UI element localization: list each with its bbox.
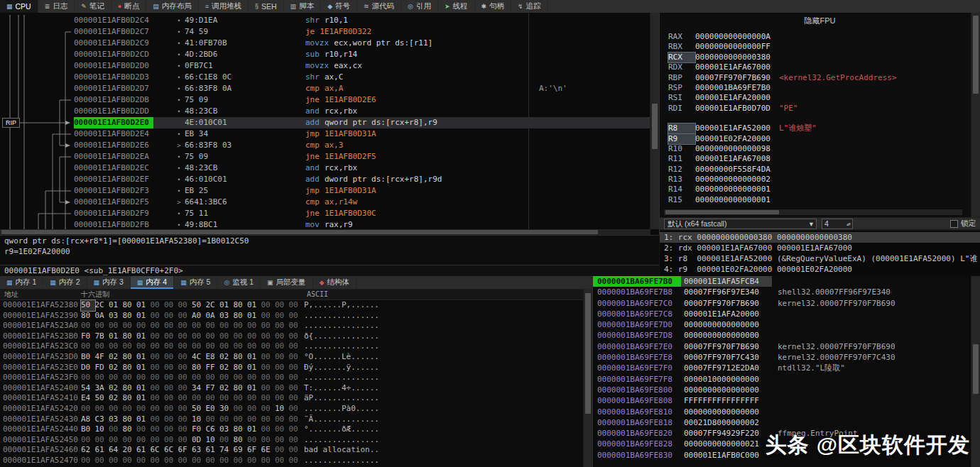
dump-row[interactable]: 000001E1AFA52380 502C018001000000502C018… [0, 300, 592, 311]
dump-row[interactable]: 000001E1AFA523F0 00000000000000000000000… [0, 373, 592, 383]
hex-byte[interactable]: 00 [178, 331, 192, 342]
hex-byte[interactable]: E8 [206, 352, 220, 363]
disassembly-row[interactable]: 000001E1AFB0D2D0 • 0FB7C1 movzxeax,cx [0, 60, 650, 72]
argument-row[interactable]: 3: r8 000001E1AFA52000 (&RegQueryValueEx… [660, 253, 980, 264]
hex-byte[interactable]: 00 [289, 404, 303, 414]
stack-row[interactable]: 0000001BA69FE800 0000000000000000 [593, 385, 980, 395]
view-tab[interactable]: § SEH [249, 0, 284, 13]
view-tab[interactable]: ✱ 句柄 [475, 0, 512, 13]
hex-byte[interactable]: 00 [192, 321, 206, 331]
hex-byte[interactable]: 01 [136, 311, 151, 322]
view-tab[interactable]: ◆ 符号 [321, 0, 357, 13]
hex-byte[interactable]: A0 [192, 311, 206, 322]
hex-byte[interactable]: 03 [109, 414, 123, 425]
hex-byte[interactable]: B0 [81, 352, 95, 363]
hex-byte[interactable]: 00 [219, 321, 234, 331]
hex-byte[interactable]: 62 [81, 445, 95, 456]
hex-byte[interactable]: 00 [95, 373, 109, 383]
stack-row[interactable]: 0000001BA69FE7B8 00007FF96F97E340 shell3… [593, 287, 980, 297]
hex-byte[interactable]: 00 [109, 435, 123, 446]
hex-byte[interactable]: 00 [206, 341, 220, 352]
view-tab[interactable]: ≋ 源代码 [357, 0, 401, 13]
register-row[interactable]: R8 000001E1AFA52000 L"谁烛塑" [668, 123, 969, 133]
hex-byte[interactable]: 64 [109, 445, 123, 456]
hex-byte[interactable]: 80 [123, 311, 137, 322]
hex-byte[interactable]: 00 [275, 311, 289, 322]
hex-byte[interactable]: 00 [234, 393, 248, 404]
hex-byte[interactable]: 00 [275, 414, 289, 425]
hex-byte[interactable]: 4F [95, 352, 109, 363]
hex-byte[interactable]: F0 [81, 331, 95, 342]
hex-byte[interactable]: 00 [261, 321, 276, 331]
hex-byte[interactable]: 00 [109, 424, 123, 435]
hex-byte[interactable]: 00 [164, 373, 178, 383]
hex-byte[interactable]: 00 [275, 363, 289, 373]
disassembly-row[interactable]: 000001E1AFB0D2E4 • EB 34 jmp1E1AFB0D31A [0, 128, 650, 140]
hex-byte[interactable]: 01 [219, 300, 234, 311]
hex-byte[interactable]: 00 [136, 424, 151, 435]
hex-byte[interactable]: 00 [234, 404, 248, 414]
hex-byte[interactable]: 00 [95, 321, 109, 331]
hex-byte[interactable]: 2C [95, 300, 109, 311]
hex-byte[interactable]: 80 [81, 311, 95, 322]
disassembly-row[interactable]: 000001E1AFB0D2F5 > 6641:3BC6 cmpax,r14w [0, 197, 650, 208]
hex-byte[interactable]: 00 [219, 456, 234, 466]
hex-byte[interactable]: 00 [247, 456, 261, 466]
disassembly-row[interactable]: 000001E1AFB0D2EA • 75 09 jne1E1AFB0D2F5 [0, 151, 650, 163]
hex-byte[interactable]: 0A [206, 311, 220, 322]
hex-byte[interactable]: 00 [151, 456, 165, 466]
hex-byte[interactable]: 00 [151, 373, 165, 383]
hex-byte[interactable]: 10 [206, 435, 220, 446]
hex-byte[interactable]: 6F [178, 445, 192, 456]
hex-byte[interactable]: 80 [234, 363, 248, 373]
hex-byte[interactable]: 00 [123, 456, 137, 466]
hex-byte[interactable]: 00 [178, 363, 192, 373]
calling-convention-select[interactable]: 默认 (x64 fastcall) ▾ [664, 219, 817, 229]
disassembly-row[interactable]: 000001E1AFB0D2EF • 46:010C01 adddword pt… [0, 174, 650, 185]
hex-byte[interactable]: 00 [219, 341, 234, 352]
hex-byte[interactable]: 00 [261, 456, 276, 466]
dump-row[interactable]: 000001E1AFA523D0 B04F0280010000004CE8028… [0, 352, 592, 363]
hex-byte[interactable]: 00 [275, 321, 289, 331]
dump-row[interactable]: 000001E1AFA52430 A8C30380010000001000000… [0, 414, 592, 425]
stack-vertical-scrollbar[interactable] [971, 276, 980, 467]
register-row[interactable]: R10 0000000000000098 [668, 144, 969, 154]
disassembly-row[interactable]: 000001E1AFB0D2CD • 4D:2BD6 subr10,r14 [0, 49, 650, 60]
hex-byte[interactable]: 00 [289, 321, 303, 331]
hex-byte[interactable]: 10 [95, 424, 109, 435]
hex-byte[interactable]: 01 [136, 331, 151, 342]
disassembly-row[interactable]: 000001E1AFB0D2F3 • EB 25 jmp1E1AFB0D31A [0, 185, 650, 197]
hex-byte[interactable]: 00 [206, 393, 220, 404]
registers-vertical-scrollbar[interactable] [971, 13, 980, 217]
hex-byte[interactable]: 00 [136, 404, 151, 414]
disassembly-row[interactable]: 000001E1AFB0D2C4 • 49:D1EA shrr10,1 [0, 15, 650, 26]
hex-byte[interactable]: 00 [136, 373, 151, 383]
hex-byte[interactable]: 00 [178, 456, 192, 466]
disassembly-row[interactable]: 000001E1AFB0D2D7 • 66:83F8 0A cmpax,A A:… [0, 83, 650, 94]
hex-byte[interactable]: 80 [123, 383, 137, 394]
hex-byte[interactable]: 00 [234, 331, 248, 342]
hex-byte[interactable]: 00 [151, 311, 165, 322]
hex-byte[interactable]: 00 [275, 456, 289, 466]
hex-byte[interactable]: 00 [289, 383, 303, 394]
lock-checkbox[interactable]: 锁定 [950, 219, 976, 229]
hex-byte[interactable]: 00 [164, 383, 178, 394]
register-row[interactable]: R9 000001E02FA20000 [668, 134, 969, 144]
hex-byte[interactable]: FD [95, 363, 109, 373]
hex-byte[interactable]: 00 [123, 435, 137, 446]
hex-byte[interactable]: 00 [109, 373, 123, 383]
hex-byte[interactable]: 00 [178, 373, 192, 383]
hex-byte[interactable]: 00 [164, 300, 178, 311]
hex-byte[interactable]: 03 [219, 424, 234, 435]
spinner-arrows-icon[interactable]: ▴▾ [846, 219, 850, 229]
hex-byte[interactable]: 00 [178, 383, 192, 394]
hex-byte[interactable]: 34 [192, 383, 206, 394]
hex-byte[interactable]: 00 [164, 435, 178, 446]
disassembly-row[interactable]: 000001E1AFB0D2C7 • 74 59 je1E1AFB0D322 [0, 26, 650, 38]
hex-byte[interactable]: 00 [192, 373, 206, 383]
hex-byte[interactable]: C3 [95, 414, 109, 425]
hex-byte[interactable]: 01 [109, 300, 123, 311]
hex-byte[interactable]: 00 [261, 352, 276, 363]
hex-byte[interactable]: 02 [219, 383, 234, 394]
hex-byte[interactable]: 01 [136, 300, 151, 311]
